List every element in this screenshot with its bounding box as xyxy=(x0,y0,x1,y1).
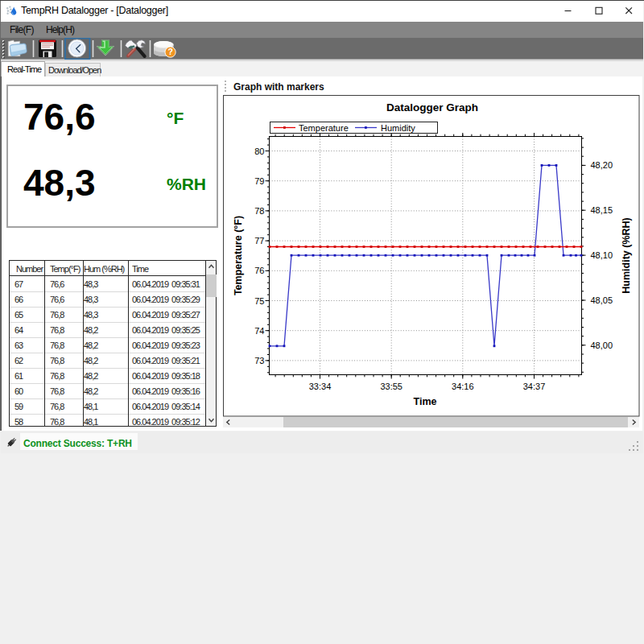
svg-text:74: 74 xyxy=(254,326,264,336)
svg-text:48,05: 48,05 xyxy=(591,295,613,305)
svg-text:48,15: 48,15 xyxy=(591,205,613,215)
svg-text:73: 73 xyxy=(254,356,264,365)
svg-text:79: 79 xyxy=(254,176,264,186)
svg-text:76: 76 xyxy=(254,266,264,275)
svg-text:48,20: 48,20 xyxy=(591,160,613,170)
svg-text:34:37: 34:37 xyxy=(523,382,546,391)
svg-text:Datalogger Graph: Datalogger Graph xyxy=(386,101,478,114)
svg-text:48,10: 48,10 xyxy=(591,250,613,260)
svg-text:?: ? xyxy=(167,47,172,56)
svg-text:77: 77 xyxy=(254,236,264,246)
svg-text:48,00: 48,00 xyxy=(591,341,613,350)
svg-text:Temperature: Temperature xyxy=(299,123,349,133)
svg-text:Time: Time xyxy=(414,396,437,407)
svg-text:33:55: 33:55 xyxy=(380,382,402,391)
svg-text:78: 78 xyxy=(254,206,264,216)
svg-text:Humidity: Humidity xyxy=(381,123,415,133)
svg-text:75: 75 xyxy=(254,296,264,306)
svg-text:34:16: 34:16 xyxy=(452,382,474,391)
svg-text:Humidity (%RH): Humidity (%RH) xyxy=(621,217,632,293)
svg-text:Temperature (°F): Temperature (°F) xyxy=(233,216,244,295)
svg-text:33:34: 33:34 xyxy=(309,382,332,391)
svg-text:80: 80 xyxy=(254,147,264,156)
